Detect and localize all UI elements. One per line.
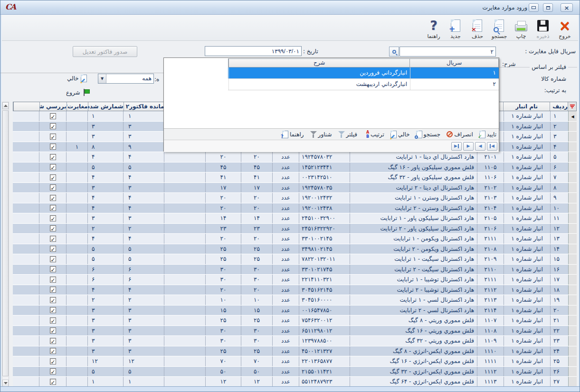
popup-sort-button[interactable]: ترتيب AB xyxy=(363,131,384,138)
popup-cancel-button[interactable]: انصراف xyxy=(447,131,473,138)
popup-empty-button[interactable]: خالي xyxy=(390,131,410,138)
checked-checkbox[interactable] xyxy=(50,236,56,242)
table-row[interactable]: ◀ ۲۴ انبار شماره ۱ ۱۱۱۰ فلش مموري ايكس-ا… xyxy=(13,346,577,357)
delete-button[interactable]: × حذف xyxy=(467,17,488,39)
popup-help-button[interactable]: راهنما ? xyxy=(282,131,304,138)
row-selector-cell[interactable]: ◀ xyxy=(568,132,577,142)
row-selector-cell[interactable]: ◀ xyxy=(568,377,577,387)
checked-checkbox[interactable] xyxy=(50,113,56,119)
row-selector-cell[interactable]: ◀ xyxy=(568,285,577,295)
row-selector-cell[interactable]: ◀ xyxy=(568,346,577,356)
checked-checkbox[interactable] xyxy=(50,358,56,364)
popup-filter-button[interactable]: فيلتر xyxy=(338,131,358,138)
table-corner-filter[interactable] xyxy=(568,102,576,111)
table-row[interactable]: ◀ ۲۳ انبار شماره ۱ ۱۱۰۹ فلش مموري وريتي … xyxy=(13,336,577,346)
row-selector-cell[interactable]: ◀ xyxy=(568,306,577,316)
checked-checkbox[interactable] xyxy=(50,154,56,160)
checked-checkbox[interactable] xyxy=(50,348,56,354)
table-row[interactable]: ◀ ۹ انبار شماره ۱ ۲۱۰۳ هارد اكسترنال وست… xyxy=(13,193,577,203)
checked-checkbox[interactable] xyxy=(50,379,56,385)
row-selector-cell[interactable]: ◀ xyxy=(568,152,577,162)
table-row[interactable]: ◀ ۱۳ انبار شماره ۱ ۲۱۱۱ هارد اكسترنال وي… xyxy=(13,234,577,244)
vertical-scrollbar[interactable] xyxy=(2,102,9,387)
table-row[interactable]: ◀ ۲۷ انبار شماره ۱ ۱۱۱۳ فلش مموري ايكس-ا… xyxy=(13,377,577,387)
row-selector-cell[interactable]: ◀ xyxy=(568,234,577,244)
table-row[interactable]: ◀ ۱۶ انبار شماره ۱ ۲۱۱۰ هارد اكسترنال سي… xyxy=(13,265,577,275)
table-row[interactable]: ◀ ۱۷ انبار شماره ۱ ۲۱۱۱ هارد اكسترنال تو… xyxy=(13,275,577,285)
checked-checkbox[interactable] xyxy=(50,143,56,150)
popup-search-button[interactable]: جستجو xyxy=(416,131,441,138)
header-barresi[interactable]: بررسي شده xyxy=(39,102,67,111)
header-moghayerat[interactable]: مغايرت۲ xyxy=(67,102,88,111)
row-selector-cell[interactable]: ◀ xyxy=(568,326,577,336)
checked-checkbox[interactable] xyxy=(50,266,56,272)
table-row[interactable]: ◀ ۱۱ انبار شماره ۱ ۲۱۰۵ هارد اكسترنال سي… xyxy=(13,213,577,224)
maximize-button[interactable] xyxy=(543,3,553,12)
checked-checkbox[interactable] xyxy=(50,215,56,221)
checked-checkbox[interactable] xyxy=(50,327,56,334)
checked-checkbox[interactable] xyxy=(50,184,56,191)
row-selector-cell[interactable]: ◀ xyxy=(568,244,577,254)
checked-checkbox[interactable] xyxy=(50,246,56,252)
serial-input[interactable] xyxy=(399,47,496,57)
checked-checkbox[interactable] xyxy=(50,317,56,324)
checked-checkbox[interactable] xyxy=(50,174,56,181)
checked-checkbox[interactable] xyxy=(50,195,56,201)
table-row[interactable]: ◀ ۱۰ انبار شماره ۱ ۲۱۰۴ هارد اكسترنال وس… xyxy=(13,203,577,214)
table-row[interactable]: ◀ ۶ انبار شماره ۱ ۱۱۰۵ فلش مموري سيليكون… xyxy=(13,163,577,173)
table-row[interactable]: ◀ ۲۱ انبار شماره ۱ ۱۱۰۷ فلش مموري وريتي … xyxy=(13,316,577,326)
empty-filter-button[interactable]: خالي xyxy=(67,75,87,82)
checked-checkbox[interactable] xyxy=(50,123,56,129)
row-selector-cell[interactable]: ◀ xyxy=(568,224,577,234)
date-input[interactable] xyxy=(205,46,302,56)
scroll-down-button[interactable] xyxy=(2,380,9,387)
row-selector-cell[interactable]: ◀ xyxy=(568,367,577,377)
checked-checkbox[interactable] xyxy=(50,205,56,211)
start-button[interactable]: شروع xyxy=(66,89,89,96)
row-selector-cell[interactable]: ◀ xyxy=(568,183,577,193)
table-row[interactable]: ◀ ۲۶ انبار شماره ۱ ۱۱۱۲ فلش مموري ايكس-ا… xyxy=(13,367,577,377)
nav-prev-button[interactable]: ◀ xyxy=(475,142,485,151)
serial-lookup-button[interactable] xyxy=(389,47,399,57)
row-selector-cell[interactable]: ◀ xyxy=(568,142,577,152)
row-selector-cell[interactable]: ◀ xyxy=(568,254,577,264)
table-row[interactable]: ◀ ۱۵ انبار شماره ۱ ۲۱۰۹ هارد اكسترنال سي… xyxy=(13,254,577,265)
save-button[interactable]: ذخيره xyxy=(532,17,553,39)
header-radif[interactable]: رديف xyxy=(550,102,568,111)
table-row[interactable]: ◀ ۷ انبار شماره ۱ ۱۱۰۶ فلش مموري سيليكون… xyxy=(13,172,577,183)
popup-row[interactable]: ۲ انبارگرداني ارديبهشت xyxy=(228,79,499,90)
checked-checkbox[interactable] xyxy=(50,297,56,303)
exit-button[interactable]: × خروج xyxy=(554,17,575,39)
checked-checkbox[interactable] xyxy=(50,368,56,374)
row-selector-cell[interactable]: ◀ xyxy=(568,163,577,172)
nav-last-button[interactable]: ▶ xyxy=(451,142,462,151)
header-shomaresh[interactable]: شمارش شده۲ xyxy=(88,102,124,111)
row-selector-cell[interactable]: ◀ xyxy=(568,356,577,366)
checked-checkbox[interactable] xyxy=(50,164,56,170)
row-selector-cell[interactable]: ◀ xyxy=(568,172,577,182)
table-row[interactable]: ◀ ۸ انبار شماره ۱ ۲۱۰۲ هارد اكسترنال اي … xyxy=(13,183,577,193)
table-row[interactable]: ◀ ۲۰ انبار شماره ۱ ۲۱۱۴ هارد اكسترنال لس… xyxy=(13,306,577,316)
chevron-down-icon[interactable]: ▼ xyxy=(98,74,106,83)
row-selector-cell[interactable]: ◀ xyxy=(568,275,577,285)
header-mande[interactable]: مانده فاكتور۲ xyxy=(124,102,164,111)
row-selector-cell[interactable]: ◀ xyxy=(568,203,577,213)
print-button[interactable]: چاپ xyxy=(511,17,532,39)
close-button[interactable]: × xyxy=(561,3,573,12)
new-button[interactable]: + جديد xyxy=(445,17,466,39)
row-selector-cell[interactable]: ◀ xyxy=(568,122,577,132)
help-button[interactable]: ? راهنما xyxy=(423,17,444,39)
row-selector-cell[interactable]: ◀ xyxy=(568,193,577,203)
search-button[interactable]: جستجو xyxy=(489,17,510,39)
row-selector-cell[interactable]: ◀ xyxy=(568,265,577,275)
row-selector-cell[interactable]: ◀ xyxy=(568,111,577,121)
table-row[interactable]: ◀ ۲۵ انبار شماره ۱ ۱۱۱۱ فلش مموري ايكس-ا… xyxy=(13,356,577,367)
row-selector-cell[interactable]: ◀ xyxy=(568,316,577,325)
issue-adjustment-invoice-button[interactable]: صدور فاكتور تعديل xyxy=(73,46,137,57)
popup-confirm-button[interactable]: تاييد ✓ xyxy=(479,131,496,138)
popup-row[interactable]: ۱ انبارگرداني فروردين xyxy=(228,67,499,79)
checked-checkbox[interactable] xyxy=(50,134,56,140)
table-row[interactable]: ◀ ۵ انبار شماره ۱ ۲۱۰۱ هارد اكسترنال اي … xyxy=(13,152,577,163)
checked-checkbox[interactable] xyxy=(50,338,56,344)
checked-checkbox[interactable] xyxy=(50,225,56,231)
